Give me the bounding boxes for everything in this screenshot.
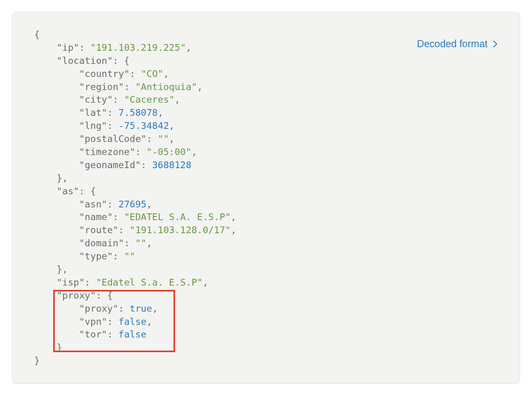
json-code-block: { "ip": "191.103.219.225", "location": {… (34, 28, 500, 367)
decoded-format-label: Decoded format (417, 38, 488, 50)
decoded-format-link[interactable]: Decoded format (417, 38, 497, 50)
code-panel: Decoded format { "ip": "191.103.219.225"… (12, 12, 520, 384)
chevron-right-icon (493, 40, 497, 48)
